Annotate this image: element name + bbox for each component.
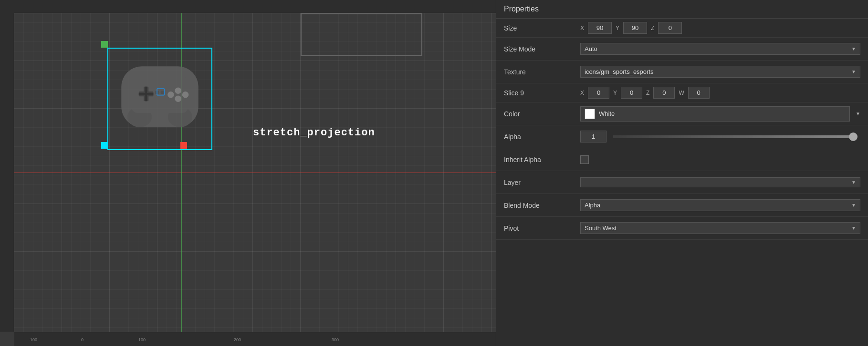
slice9-x-input[interactable] <box>588 87 609 99</box>
ruler-tick-0: 0 <box>81 337 84 342</box>
prop-row-size-mode: Size Mode Auto ▼ <box>496 38 868 61</box>
prop-row-size: Size X Y Z <box>496 19 868 38</box>
size-mode-arrow: ▼ <box>851 46 856 51</box>
ruler-tick-100: 100 <box>138 337 146 342</box>
ruler-corner <box>0 0 14 13</box>
svg-point-8 <box>175 87 181 94</box>
color-swatch <box>585 109 595 119</box>
svg-point-11 <box>175 95 181 102</box>
color-picker-button[interactable]: White <box>580 106 850 122</box>
prop-row-color: Color White ▼ <box>496 102 868 125</box>
slice9-z-label: Z <box>646 90 649 96</box>
prop-row-alpha: Alpha <box>496 125 868 148</box>
alpha-value <box>580 131 860 142</box>
size-x-label: X <box>580 25 584 31</box>
svg-rect-7 <box>139 93 154 94</box>
size-label: Size <box>504 24 580 32</box>
texture-selected: icons/gm_sports_esports <box>585 68 654 75</box>
size-mode-label: Size Mode <box>504 45 580 53</box>
pivot-value: South West ▼ <box>580 222 860 234</box>
rect-outline <box>301 13 422 56</box>
size-y-input[interactable] <box>623 22 647 34</box>
slice9-w-input[interactable] <box>688 87 710 99</box>
layer-dropdown[interactable]: ▼ <box>580 177 860 187</box>
alpha-input[interactable] <box>580 131 607 142</box>
color-label: Color <box>504 110 580 118</box>
slice9-coords: X Y Z W <box>580 87 710 99</box>
ruler-tick-300: 300 <box>332 337 339 342</box>
ruler-bottom: -100 0 100 200 300 <box>14 332 496 346</box>
properties-panel: Properties Size X Y Z Size Mode Auto ▼ T… <box>496 0 868 346</box>
slice9-y-label: Y <box>613 90 617 96</box>
inherit-alpha-value <box>580 155 860 164</box>
blend-mode-arrow: ▼ <box>851 203 856 208</box>
controller-icon[interactable] <box>119 61 200 132</box>
size-mode-selected: Auto <box>585 45 597 52</box>
size-z-input[interactable] <box>658 22 682 34</box>
layer-arrow: ▼ <box>851 180 856 185</box>
prop-row-pivot: Pivot South West ▼ <box>496 217 868 240</box>
size-x-input[interactable] <box>588 22 612 34</box>
pivot-arrow: ▼ <box>851 225 856 231</box>
handle-red[interactable] <box>180 142 187 149</box>
prop-row-texture: Texture icons/gm_sports_esports ▼ <box>496 61 868 83</box>
slice9-y-input[interactable] <box>621 87 642 99</box>
stretch-projection-label: stretch_projection <box>253 127 375 139</box>
blend-mode-selected: Alpha <box>585 202 600 209</box>
ruler-top <box>14 0 496 13</box>
texture-arrow: ▼ <box>851 69 856 74</box>
texture-value: icons/gm_sports_esports ▼ <box>580 66 860 78</box>
alpha-thumb <box>849 132 858 141</box>
alpha-label: Alpha <box>504 133 580 141</box>
inherit-alpha-checkbox[interactable] <box>580 155 589 164</box>
texture-dropdown[interactable]: icons/gm_sports_esports ▼ <box>580 66 860 78</box>
size-coords: X Y Z <box>580 22 682 34</box>
texture-label: Texture <box>504 68 580 76</box>
axis-horizontal <box>14 173 496 173</box>
alpha-slider[interactable] <box>613 135 857 138</box>
ruler-tick-neg100: -100 <box>29 337 37 342</box>
color-value: White ▼ <box>580 106 860 122</box>
grid-content: stretch_projection 0 -100 <box>14 13 496 332</box>
slice9-label: Slice 9 <box>504 89 580 97</box>
layer-label: Layer <box>504 179 580 186</box>
handle-green[interactable] <box>101 41 108 48</box>
ruler-left <box>0 13 14 332</box>
svg-point-10 <box>167 92 174 98</box>
slice9-x-label: X <box>580 90 584 96</box>
size-y-label: Y <box>616 25 619 31</box>
blend-mode-dropdown[interactable]: Alpha ▼ <box>580 199 860 211</box>
pivot-label: Pivot <box>504 224 580 232</box>
color-dropdown-arrow[interactable]: ▼ <box>856 111 860 116</box>
blend-mode-label: Blend Mode <box>504 202 580 209</box>
size-mode-value: Auto ▼ <box>580 43 860 55</box>
canvas-area[interactable]: -100 0 100 200 300 <box>0 0 496 346</box>
pivot-selected: South West <box>585 224 617 232</box>
layer-value: ▼ <box>580 177 860 187</box>
size-z-label: Z <box>651 25 654 31</box>
blend-mode-value: Alpha ▼ <box>580 199 860 211</box>
slice9-z-input[interactable] <box>653 87 675 99</box>
prop-row-slice9: Slice 9 X Y Z W <box>496 83 868 102</box>
inherit-alpha-label: Inherit Alpha <box>504 156 580 163</box>
pivot-dropdown[interactable]: South West ▼ <box>580 222 860 234</box>
svg-point-9 <box>182 92 189 98</box>
prop-row-layer: Layer ▼ <box>496 171 868 194</box>
grid-area: stretch_projection 0 -100 <box>14 13 496 332</box>
handle-cyan[interactable] <box>101 142 108 149</box>
prop-row-inherit-alpha: Inherit Alpha <box>496 148 868 171</box>
ruler-tick-200: 200 <box>234 337 241 342</box>
panel-title: Properties <box>496 0 868 19</box>
prop-row-blend-mode: Blend Mode Alpha ▼ <box>496 194 868 217</box>
slice9-w-label: W <box>679 90 684 96</box>
size-mode-dropdown[interactable]: Auto ▼ <box>580 43 860 55</box>
color-text: White <box>599 110 615 117</box>
